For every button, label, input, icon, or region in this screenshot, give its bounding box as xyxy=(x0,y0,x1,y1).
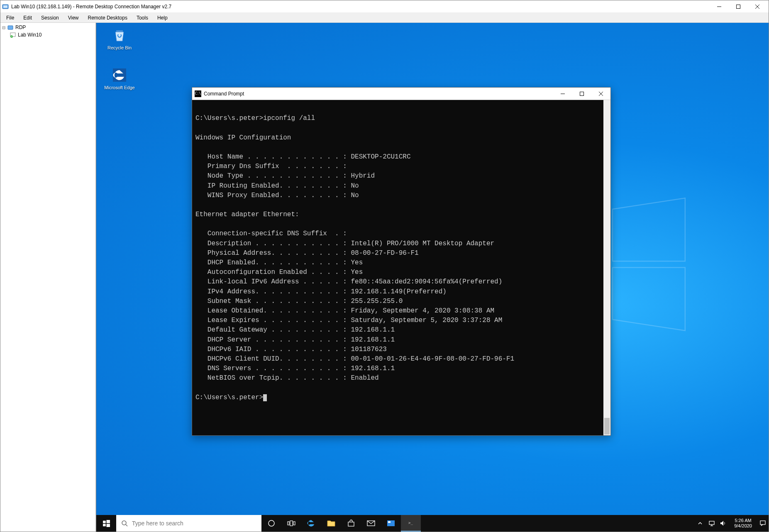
taskbar-clock[interactable]: 5:26 AM 9/4/2020 xyxy=(731,518,755,528)
taskbar-explorer[interactable] xyxy=(321,515,341,532)
tree-root-label: RDP xyxy=(15,24,27,30)
svg-rect-35 xyxy=(709,521,714,525)
menu-edit[interactable]: Edit xyxy=(19,14,36,22)
group-icon xyxy=(7,24,14,31)
svg-rect-26 xyxy=(288,522,289,525)
app-maximize-button[interactable] xyxy=(729,0,748,13)
taskbar-taskview[interactable] xyxy=(281,515,301,532)
cmd-line: Windows IP Configuration xyxy=(195,134,291,142)
svg-marker-12 xyxy=(613,268,685,331)
desktop-icon-label: Recycle Bin xyxy=(104,45,135,50)
cmd-line: Lease Expires . . . . . . . . . . : Satu… xyxy=(195,317,502,324)
cmd-line: NetBIOS over Tcpip. . . . . . . . : Enab… xyxy=(195,374,379,382)
svg-rect-13 xyxy=(116,30,123,32)
cmd-line: DHCP Server . . . . . . . . . . . : 192.… xyxy=(195,336,395,344)
cmd-line: DNS Servers . . . . . . . . . . . : 192.… xyxy=(195,365,395,372)
menu-remote[interactable]: Remote Desktops xyxy=(84,14,132,22)
taskbar-store[interactable] xyxy=(341,515,361,532)
svg-rect-29 xyxy=(348,522,354,526)
clock-time: 5:26 AM xyxy=(734,518,752,523)
svg-line-24 xyxy=(126,525,127,526)
menu-help[interactable]: Help xyxy=(153,14,172,22)
cmd-output[interactable]: C:\Users\s.peter>ipconfig /all Windows I… xyxy=(192,100,610,435)
taskbar-edge[interactable] xyxy=(301,515,321,532)
cmd-line: Subnet Mask . . . . . . . . . . . : 255.… xyxy=(195,298,403,305)
desktop-icon-recycle-bin[interactable]: Recycle Bin xyxy=(104,26,135,50)
desktop-icon-label: Microsoft Edge xyxy=(104,85,135,90)
cmd-cursor xyxy=(263,394,267,401)
cmd-line: DHCPv6 IAID . . . . . . . . . . . : 1011… xyxy=(195,346,387,353)
cmd-line: Link-local IPv6 Address . . . . . : fe80… xyxy=(195,278,502,286)
cmd-close-button[interactable] xyxy=(591,88,610,100)
cmd-line: Default Gateway . . . . . . . . . : 192.… xyxy=(195,326,395,334)
svg-rect-19 xyxy=(103,520,106,523)
app-title: Lab Win10 (192.168.1.149) - Remote Deskt… xyxy=(11,4,171,10)
app-close-button[interactable] xyxy=(748,0,767,13)
tree-root-rdp[interactable]: ⊟ RDP xyxy=(0,24,95,31)
cmd-line: Host Name . . . . . . . . . . . . : DESK… xyxy=(195,153,410,161)
desktop-icon-edge[interactable]: Microsoft Edge xyxy=(104,66,135,90)
clock-date: 9/4/2020 xyxy=(734,523,752,529)
menu-tools[interactable]: Tools xyxy=(132,14,152,22)
menubar: File Edit Session View Remote Desktops T… xyxy=(0,13,769,23)
cmd-minimize-button[interactable] xyxy=(553,88,572,100)
edge-icon xyxy=(110,66,129,84)
search-icon xyxy=(121,520,128,527)
recycle-bin-icon xyxy=(110,26,129,44)
menu-session[interactable]: Session xyxy=(37,14,63,22)
tray-chevron-up-icon[interactable] xyxy=(696,521,704,525)
cmd-line: IPv4 Address. . . . . . . . . . . : 192.… xyxy=(195,288,447,295)
svg-rect-38 xyxy=(760,521,765,525)
start-button[interactable] xyxy=(96,515,116,532)
cmd-line: C:\Users\s.peter>ipconfig /all xyxy=(195,115,315,122)
cmd-scrollbar[interactable] xyxy=(603,100,610,435)
cmd-scrollbar-thumb[interactable] xyxy=(604,418,610,434)
taskbar-cortana[interactable] xyxy=(261,515,281,532)
svg-marker-10 xyxy=(613,198,685,261)
svg-rect-20 xyxy=(106,520,110,523)
menu-file[interactable]: File xyxy=(2,14,18,22)
cmd-line: Autoconfiguration Enabled . . . . : Yes xyxy=(195,268,363,276)
taskbar-cmd-running[interactable]: >_ xyxy=(401,515,421,532)
svg-rect-22 xyxy=(106,524,110,527)
cmd-icon: C:\ xyxy=(195,90,201,97)
svg-rect-28 xyxy=(293,522,295,525)
svg-rect-21 xyxy=(103,524,106,526)
cmd-line: Description . . . . . . . . . . . : Inte… xyxy=(195,240,494,247)
svg-text:>_: >_ xyxy=(408,521,413,525)
tree-node-labwin10[interactable]: Lab Win10 xyxy=(0,31,95,39)
cmd-line: Node Type . . . . . . . . . . . . : Hybr… xyxy=(195,172,375,180)
main-area: ⊟ RDP Lab Win10 xyxy=(0,23,769,532)
svg-point-23 xyxy=(122,521,126,525)
taskbar-search[interactable]: Type here to search xyxy=(116,515,261,532)
cmd-titlebar[interactable]: C:\ Command Prompt xyxy=(192,88,610,100)
server-tree[interactable]: ⊟ RDP Lab Win10 xyxy=(0,23,96,532)
cmd-line: IP Routing Enabled. . . . . . . . : No xyxy=(195,182,359,190)
cmd-prompt: C:\Users\s.peter> xyxy=(195,394,263,401)
cmd-line: Primary Dns Suffix . . . . . . . : xyxy=(195,163,347,170)
taskbar-mail[interactable] xyxy=(361,515,381,532)
cmd-window[interactable]: C:\ Command Prompt C:\Users\s.peter>ipco… xyxy=(192,87,611,436)
cmd-line: Lease Obtained. . . . . . . . . . : Frid… xyxy=(195,307,494,315)
remote-desktop-viewport[interactable]: Recycle Bin Microsoft Edge C:\ Command P… xyxy=(96,23,769,532)
taskbar: Type here to search xyxy=(96,515,769,532)
cmd-line: DHCP Enabled. . . . . . . . . . . : Yes xyxy=(195,259,363,266)
cmd-line: Physical Address. . . . . . . . . : 08-0… xyxy=(195,249,419,257)
cmd-line: WINS Proxy Enabled. . . . . . . . : No xyxy=(195,192,359,199)
tray-action-center-icon[interactable] xyxy=(759,520,767,527)
svg-rect-1 xyxy=(3,5,7,8)
svg-rect-32 xyxy=(388,521,391,523)
taskbar-pinned-app[interactable] xyxy=(381,515,401,532)
tree-expander-icon[interactable]: ⊟ xyxy=(1,25,6,30)
app-titlebar: Lab Win10 (192.168.1.149) - Remote Deskt… xyxy=(0,0,769,13)
cmd-maximize-button[interactable] xyxy=(572,88,591,100)
tray-volume-icon[interactable] xyxy=(719,520,727,526)
app-minimize-button[interactable] xyxy=(710,0,729,13)
svg-rect-27 xyxy=(290,521,293,526)
menu-view[interactable]: View xyxy=(64,14,83,22)
svg-rect-6 xyxy=(8,26,13,29)
svg-rect-3 xyxy=(737,5,740,8)
tray-network-icon[interactable] xyxy=(708,520,716,526)
cmd-line: Ethernet adapter Ethernet: xyxy=(195,211,299,218)
tree-node-label: Lab Win10 xyxy=(17,32,42,38)
